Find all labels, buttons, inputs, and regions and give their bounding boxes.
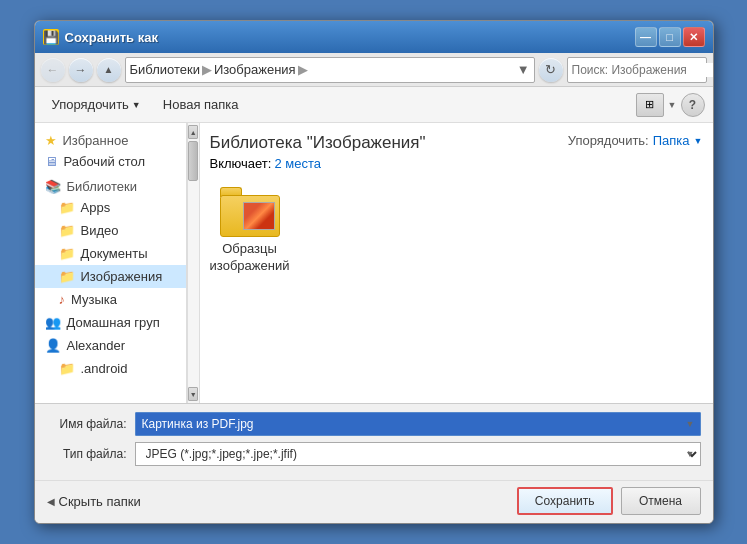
homegroup-icon: 👥 [45, 315, 61, 330]
search-input[interactable] [572, 63, 714, 77]
sidebar-item-desktop[interactable]: 🖥 Рабочий стол [35, 150, 187, 173]
video-folder-icon: 📁 [59, 223, 75, 238]
folder-thumbnail [243, 202, 275, 230]
action-row: ◀ Скрыть папки Сохранить Отмена [35, 480, 713, 523]
favorites-section[interactable]: ★ Избранное [35, 127, 187, 150]
save-dialog: 💾 Сохранить как — □ ✕ ← → ▲ Библиотеки ▶… [34, 20, 714, 524]
file-area-header: Библиотека "Изображения" Включает: 2 мес… [210, 133, 703, 171]
forward-button[interactable]: → [69, 58, 93, 82]
filename-label: Имя файла: [47, 417, 127, 431]
filename-input[interactable] [135, 412, 701, 436]
toolbar-right: ⊞ ▼ ? [636, 93, 705, 117]
refresh-button[interactable]: ↻ [539, 58, 563, 82]
sidebar-scrollbar[interactable]: ▲ ▼ [187, 123, 198, 403]
sidebar-item-homegroup[interactable]: 👥 Домашная груп [35, 311, 187, 334]
filename-input-wrapper [135, 412, 701, 436]
user-icon: 👤 [45, 338, 61, 353]
apps-folder-icon: 📁 [59, 200, 75, 215]
sidebar-item-music[interactable]: ♪ Музыка [35, 288, 187, 311]
address-part-images[interactable]: Изображения [214, 62, 296, 77]
filetype-label: Тип файла: [47, 447, 127, 461]
folder-label: Образцы изображений [210, 241, 290, 275]
navigation-bar: ← → ▲ Библиотеки ▶ Изображения ▶ ▼ ↻ 🔍 [35, 53, 713, 87]
music-icon: ♪ [59, 292, 66, 307]
sidebar-item-apps[interactable]: 📁 Apps [35, 196, 187, 219]
file-area: Библиотека "Изображения" Включает: 2 мес… [200, 123, 713, 403]
folder-thumbnail-image [244, 203, 274, 229]
sidebar-wrapper: ★ Избранное 🖥 Рабочий стол 📚 Библиотеки … [35, 123, 200, 403]
folder-icon-sample [220, 187, 280, 237]
libraries-section[interactable]: 📚 Библиотеки [35, 173, 187, 196]
dialog-icon: 💾 [43, 29, 59, 45]
arrange-value[interactable]: Папка [653, 133, 690, 148]
dialog-title: Сохранить как [65, 30, 158, 45]
toolbar: Упорядочить ▼ Новая папка ⊞ ▼ ? [35, 87, 713, 123]
filetype-select[interactable]: JPEG (*.jpg;*.jpeg;*.jpe;*.jfif) [135, 442, 701, 466]
organize-button[interactable]: Упорядочить ▼ [43, 93, 150, 116]
back-button[interactable]: ← [41, 58, 65, 82]
search-box[interactable]: 🔍 [567, 57, 707, 83]
address-part-libraries[interactable]: Библиотеки [130, 62, 200, 77]
library-title: Библиотека "Изображения" [210, 133, 426, 153]
address-bar[interactable]: Библиотеки ▶ Изображения ▶ ▼ [125, 57, 535, 83]
filetype-row: Тип файла: JPEG (*.jpg;*.jpeg;*.jpe;*.jf… [47, 442, 701, 466]
arrange-control: Упорядочить: Папка ▼ [568, 133, 703, 148]
main-content: ★ Избранное 🖥 Рабочий стол 📚 Библиотеки … [35, 123, 713, 403]
organize-dropdown-icon: ▼ [132, 100, 141, 110]
library-info: Библиотека "Изображения" Включает: 2 мес… [210, 133, 426, 171]
folder-back [220, 195, 280, 237]
cancel-button[interactable]: Отмена [621, 487, 701, 515]
window-controls: — □ ✕ [635, 27, 705, 47]
hide-folders-chevron: ◀ [47, 496, 55, 507]
view-separator: ▼ [668, 100, 677, 110]
minimize-button[interactable]: — [635, 27, 657, 47]
favorites-star-icon: ★ [45, 133, 57, 148]
arrange-dropdown-icon[interactable]: ▼ [694, 136, 703, 146]
save-button[interactable]: Сохранить [517, 487, 613, 515]
folder-item-sample-images[interactable]: Образцы изображений [210, 183, 290, 279]
desktop-icon: 🖥 [45, 154, 58, 169]
hide-folders-toggle[interactable]: ◀ Скрыть папки [47, 494, 141, 509]
view-button[interactable]: ⊞ [636, 93, 664, 117]
address-dropdown-arrow[interactable]: ▼ [517, 62, 530, 77]
libraries-icon: 📚 [45, 179, 61, 194]
filetype-select-wrapper: JPEG (*.jpg;*.jpeg;*.jpe;*.jfif) [135, 442, 701, 466]
new-folder-button[interactable]: Новая папка [154, 93, 248, 116]
up-button[interactable]: ▲ [97, 58, 121, 82]
sidebar: ★ Избранное 🖥 Рабочий стол 📚 Библиотеки … [35, 123, 188, 403]
android-folder-icon: 📁 [59, 361, 75, 376]
title-bar-left: 💾 Сохранить как [43, 29, 158, 45]
scrollbar-down-button[interactable]: ▼ [188, 387, 198, 401]
help-button[interactable]: ? [681, 93, 705, 117]
sidebar-item-images[interactable]: 📁 Изображения [35, 265, 187, 288]
images-folder-icon: 📁 [59, 269, 75, 284]
maximize-button[interactable]: □ [659, 27, 681, 47]
sidebar-item-documents[interactable]: 📁 Документы [35, 242, 187, 265]
bottom-form: Имя файла: Тип файла: JPEG (*.jpg;*.jpeg… [35, 403, 713, 480]
sidebar-item-alexander[interactable]: 👤 Alexander [35, 334, 187, 357]
documents-folder-icon: 📁 [59, 246, 75, 261]
title-bar: 💾 Сохранить как — □ ✕ [35, 21, 713, 53]
filename-row: Имя файла: [47, 412, 701, 436]
file-grid: Образцы изображений [210, 183, 703, 279]
places-link[interactable]: 2 места [274, 156, 321, 171]
scrollbar-thumb[interactable] [188, 141, 198, 181]
close-button[interactable]: ✕ [683, 27, 705, 47]
address-separator: ▶ [202, 62, 212, 77]
scrollbar-up-button[interactable]: ▲ [188, 125, 198, 139]
sidebar-item-video[interactable]: 📁 Видео [35, 219, 187, 242]
library-subtitle: Включает: 2 места [210, 156, 426, 171]
sidebar-item-android[interactable]: 📁 .android [35, 357, 187, 380]
